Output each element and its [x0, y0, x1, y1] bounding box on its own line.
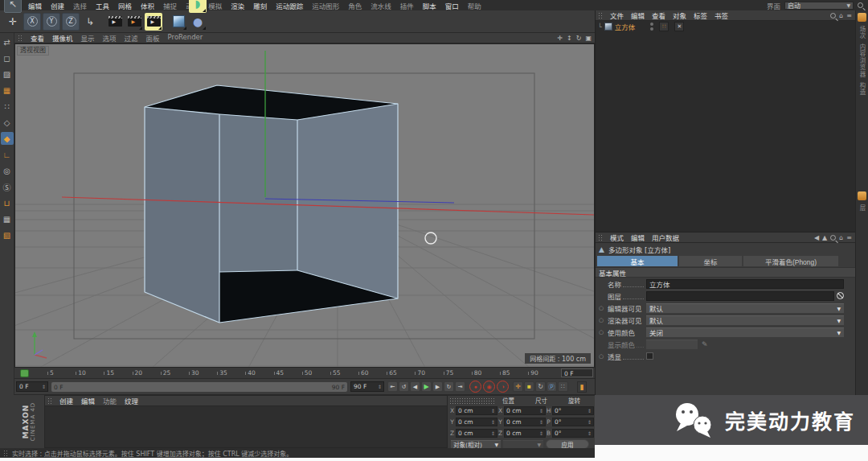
goto-end-button[interactable]: ⇥	[455, 381, 465, 392]
tab-basic[interactable]: 基本	[597, 256, 678, 266]
play-button[interactable]: ▶	[421, 381, 432, 392]
z-axis-lock-button[interactable]: Z	[62, 13, 80, 31]
next-key-button[interactable]: ↻	[444, 381, 454, 392]
menubar-item[interactable]: 帮助	[468, 1, 481, 10]
dock-tab-content-browser[interactable]: 内容浏览器	[858, 43, 866, 78]
axis-mode-button[interactable]: ∟	[1, 148, 14, 161]
record-scale-toggle[interactable]: ■	[524, 381, 534, 392]
menubar-item[interactable]: 插件	[400, 1, 414, 10]
home-icon[interactable]: ⌂	[839, 12, 843, 19]
dock-tab-structure[interactable]: 构造	[858, 82, 866, 96]
environment-button[interactable]: ●	[189, 13, 207, 31]
magnet-button[interactable]: ⊔	[1, 196, 14, 209]
current-frame-field[interactable]: 0 F	[561, 368, 593, 377]
menubar-item[interactable]: 选择	[73, 1, 87, 10]
playhead-marker[interactable]	[20, 369, 29, 377]
menubar-item[interactable]: 工具	[96, 1, 109, 10]
anim-dot-icon[interactable]: ○	[599, 353, 608, 360]
viewport-menu-item[interactable]: 面板	[146, 33, 160, 43]
autokey-button[interactable]: ◉	[483, 381, 495, 393]
frame-range-slider[interactable]: 0 F 90 F	[51, 382, 347, 392]
menubar-item[interactable]: 创建	[51, 1, 64, 10]
toggle-view-icon[interactable]: ▣	[585, 35, 592, 42]
size-field[interactable]: 0 cm⇕	[504, 429, 546, 438]
viewport-menu-item[interactable]: 查看	[31, 33, 44, 43]
coordinate-system-button[interactable]: ↳	[81, 13, 99, 31]
menubar-item[interactable]: 流水线	[371, 1, 391, 10]
menubar-item[interactable]: 体积	[141, 1, 154, 10]
tab-coordinates[interactable]: 坐标	[679, 256, 742, 266]
visibility-dots[interactable]	[650, 23, 653, 31]
search-icon[interactable]	[830, 235, 836, 241]
edit-color-icon[interactable]: ✎	[702, 340, 708, 348]
record-position-toggle[interactable]: ✛	[513, 381, 523, 392]
workplane-lock-button[interactable]: ▦	[1, 212, 14, 225]
search-icon[interactable]	[858, 2, 863, 8]
previous-frame-button[interactable]: ◀	[410, 381, 420, 392]
goto-start-button[interactable]: ⇤	[387, 381, 398, 392]
attribute-manager-menu-item[interactable]: 编辑	[631, 233, 645, 242]
points-mode-button[interactable]: ∷	[1, 100, 14, 113]
y-axis-lock-button[interactable]: Y	[43, 13, 60, 31]
snap-button[interactable]: Ⓢ	[1, 180, 14, 193]
model-mode-button[interactable]: ◻	[1, 51, 14, 64]
start-frame-spinner[interactable]: 0 F⇕	[16, 381, 48, 392]
record-rotation-toggle[interactable]: ↻	[535, 381, 546, 392]
menubar-item[interactable]: 窗口	[445, 1, 459, 10]
attribute-manager-menu-item[interactable]: 模式	[610, 233, 624, 242]
menubar-item[interactable]: 雕刻	[253, 1, 267, 10]
workplane-mode-button[interactable]: ▦	[1, 84, 14, 97]
material-manager[interactable]: 创建编辑功能纹理	[44, 395, 448, 448]
drag-handle-icon[interactable]	[47, 397, 52, 404]
menubar-item[interactable]: 捕捉	[163, 1, 177, 10]
rotation-field[interactable]: 0°⇕	[552, 429, 594, 438]
list-icon[interactable]: ≡	[846, 12, 852, 19]
menubar-item[interactable]: 渲染	[231, 1, 244, 10]
display-color-swatch[interactable]	[646, 340, 698, 349]
object-name[interactable]: 立方体	[615, 22, 636, 31]
record-parameter-toggle[interactable]: Ⓟ	[547, 381, 557, 392]
object-manager-menu-item[interactable]: 文件	[610, 10, 624, 20]
coordinate-mode-dropdown[interactable]: 对象(相对)▼	[451, 440, 501, 449]
texture-mode-button[interactable]: ▨	[1, 68, 14, 80]
anim-dot-icon[interactable]: ○	[599, 305, 608, 311]
cube-primitive-button[interactable]	[170, 13, 187, 31]
menubar-item[interactable]: 脚本	[423, 1, 436, 10]
edges-mode-button[interactable]: ◇	[1, 116, 14, 129]
size-field[interactable]: 0 cm⇕	[504, 406, 546, 415]
phong-tag-icon[interactable]: ✕	[674, 22, 684, 31]
history-back-icon[interactable]: ◀	[814, 234, 819, 241]
drag-handle-icon[interactable]	[598, 12, 603, 19]
viewport-menu-item[interactable]: 过滤	[125, 33, 138, 43]
drag-handle-icon[interactable]	[449, 397, 496, 404]
workplane-align-button[interactable]: ▧	[1, 228, 14, 241]
home-icon[interactable]: ⌂	[839, 234, 843, 241]
timeline-ruler[interactable]: 51015202530354045505560657075808590 0 F	[14, 368, 595, 379]
drag-handle-icon[interactable]	[18, 35, 23, 41]
position-field[interactable]: 0 cm⇕	[456, 418, 497, 426]
material-menu-item[interactable]: 功能	[103, 396, 117, 405]
dock-tab-takes[interactable]: 场次	[858, 26, 866, 39]
next-frame-button[interactable]: ▶	[432, 381, 443, 392]
move-tool-button[interactable]: ✛	[4, 13, 22, 31]
menubar-item[interactable]: 网格	[118, 1, 132, 10]
object-manager-menu-item[interactable]: 书签	[714, 10, 728, 20]
selection-tag-icon[interactable]: ∷	[659, 22, 669, 31]
anim-dot-icon[interactable]: ○	[599, 329, 608, 335]
position-field[interactable]: 0 cm⇕	[456, 429, 497, 438]
viewport-menu-item[interactable]: 显示	[81, 33, 95, 43]
use-color-dropdown[interactable]: 关闭▼	[646, 327, 844, 337]
object-row[interactable]: └ 立方体 ∷ ✕	[596, 21, 855, 32]
end-frame-spinner[interactable]: 90 F⇕	[350, 381, 384, 392]
rotation-field[interactable]: 0°⇕	[552, 406, 594, 415]
live-selection-tool-button[interactable]: ↖	[4, 0, 22, 13]
parent-object-icon[interactable]: ▲	[822, 234, 827, 241]
viewport-menu-item[interactable]: ProRender	[168, 33, 203, 43]
coordinate-space-dropdown[interactable]: ▼	[503, 440, 543, 449]
render-view-button[interactable]	[106, 13, 124, 31]
viewport-canvas[interactable]: 透视视图 网格间距 : 100 cm	[14, 43, 595, 368]
list-icon[interactable]: ≡	[846, 234, 852, 241]
stepper-icon[interactable]: ⇕	[42, 384, 46, 389]
layout-dropdown[interactable]: 启动▼	[784, 2, 854, 10]
section-header[interactable]: 基本属性	[596, 267, 855, 278]
